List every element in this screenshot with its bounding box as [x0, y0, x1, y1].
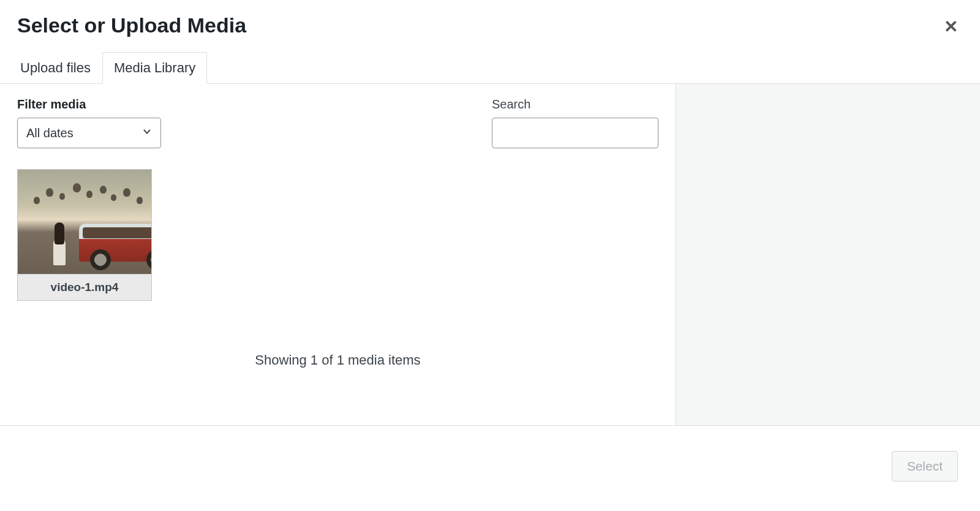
tab-upload-files[interactable]: Upload files	[9, 52, 102, 84]
attachment-details-sidebar	[676, 84, 980, 425]
tab-media-library[interactable]: Media Library	[102, 52, 207, 84]
media-grid: video-1.mp4	[17, 169, 658, 301]
close-icon: ✕	[944, 17, 958, 36]
media-status-text: Showing 1 of 1 media items	[17, 352, 658, 368]
filter-media-label: Filter media	[17, 97, 161, 112]
date-filter-select[interactable]: All dates	[17, 118, 161, 148]
modal-footer: Select	[0, 425, 980, 506]
search-label: Search	[492, 97, 658, 112]
modal-title: Select or Upload Media	[17, 13, 246, 37]
media-thumbnail	[18, 170, 151, 274]
close-button[interactable]: ✕	[939, 13, 963, 40]
tabs: Upload files Media Library	[0, 40, 980, 84]
media-item[interactable]: video-1.mp4	[17, 169, 152, 301]
search-input[interactable]	[492, 118, 658, 148]
select-button[interactable]: Select	[892, 451, 958, 482]
media-filename: video-1.mp4	[18, 274, 151, 300]
media-library-panel: Filter media All dates Search	[0, 84, 676, 425]
